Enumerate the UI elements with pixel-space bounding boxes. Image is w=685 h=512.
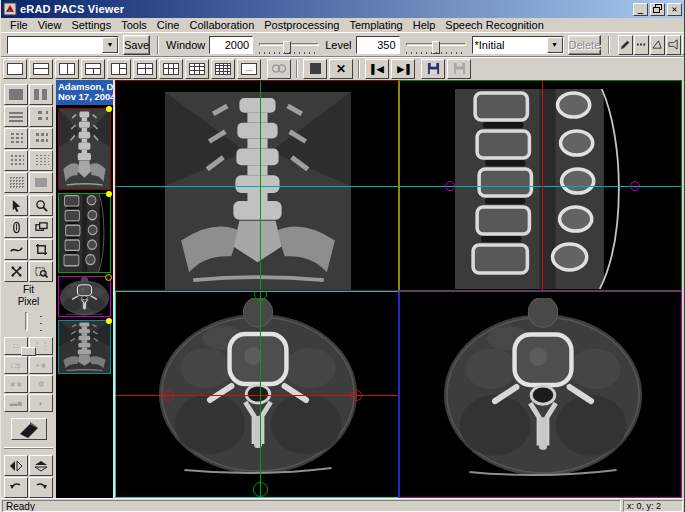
layout-2rows-button[interactable] (29, 59, 53, 79)
crosshair-horizontal-cyan[interactable] (116, 186, 398, 187)
preset-button-4[interactable]: +∗ (29, 356, 53, 374)
viewport-axial-reference[interactable] (115, 291, 399, 498)
series-thumbnail-sagittal-scout[interactable] (58, 193, 111, 273)
window-slider[interactable] (257, 36, 321, 54)
menu-tools[interactable]: Tools (116, 18, 152, 32)
delete-preset-button[interactable]: Delete (568, 35, 602, 55)
pan-tool-button[interactable] (4, 261, 28, 282)
menu-file[interactable]: File (5, 18, 33, 32)
crosshair-end-ring-magenta[interactable] (445, 181, 455, 191)
crosshair-vertical-green[interactable] (260, 292, 261, 497)
viewport-coronal[interactable] (115, 80, 399, 291)
layout-1-over-2-button[interactable] (81, 59, 105, 79)
flip-vertical-button[interactable] (29, 455, 53, 476)
flip-horizontal-button[interactable] (4, 455, 28, 476)
layout-1x1-button[interactable] (3, 59, 27, 79)
series-combobox[interactable]: ▼ (7, 36, 119, 54)
series-thumbnail-axial[interactable] (58, 276, 111, 317)
palette-layout-single-button[interactable] (29, 172, 53, 193)
layout-2cols-button[interactable] (55, 59, 79, 79)
layout-1-plus-2-button[interactable] (107, 59, 131, 79)
layout-3x2-button[interactable] (159, 59, 183, 79)
cursor-arrow-icon (10, 199, 23, 212)
viewport-axial-main[interactable] (399, 291, 682, 498)
cobb-angle-tool-button[interactable] (666, 35, 681, 55)
patient-header[interactable]: Adamson, Da Nov 17, 2004 (56, 80, 113, 105)
close-button[interactable]: ✕ (667, 3, 682, 16)
series-thumbnail-mpr[interactable] (58, 320, 111, 374)
angle-tool-button[interactable] (650, 35, 665, 55)
palette-layout-3x3-button[interactable] (4, 128, 28, 149)
layout-4x4-button[interactable] (211, 59, 235, 79)
palette-layout-1x1-button[interactable] (4, 84, 28, 105)
series-combobox-value[interactable] (8, 37, 102, 53)
layout-single-icon (35, 178, 47, 187)
save-state-button[interactable] (421, 59, 445, 79)
layout-4x4-icon (34, 155, 49, 166)
cine-frames-tool-button[interactable] (29, 217, 53, 238)
palette-layout-4x4-button[interactable] (29, 150, 53, 171)
crosshair-end-ring-red[interactable] (351, 390, 362, 401)
crosshair-end-ring-magenta[interactable] (630, 181, 640, 191)
save-button[interactable]: Save (123, 35, 150, 55)
window-value-field[interactable] (209, 36, 253, 54)
rotate-ccw-button[interactable] (4, 477, 28, 498)
next-image-button[interactable]: ▶▐ (391, 59, 415, 79)
menu-view[interactable]: View (33, 18, 67, 32)
ellipse-roi-tool-button[interactable] (682, 35, 684, 55)
link-series-button[interactable] (267, 59, 291, 79)
crosshair-end-ring-red[interactable] (163, 390, 174, 401)
menu-settings[interactable]: Settings (66, 18, 116, 32)
layout-3x3-button[interactable] (185, 59, 209, 79)
zoom-region-tool-button[interactable] (29, 261, 53, 282)
save-state-disabled-button[interactable] (447, 59, 471, 79)
preset-button-6[interactable]: ✲ (29, 375, 53, 393)
palette-layout-3x2-button[interactable] (29, 128, 53, 149)
preset-button-5[interactable]: ∗∗ (4, 375, 28, 393)
fill-viewport-button[interactable] (303, 59, 327, 79)
ruler-tool-button[interactable] (634, 35, 649, 55)
menu-speech-recognition[interactable]: Speech Recognition (440, 18, 548, 32)
level-slider[interactable] (404, 36, 468, 54)
wl-preset-arrow-icon[interactable]: ▼ (547, 37, 563, 53)
crop-tool-button[interactable] (29, 239, 53, 260)
minimize-button[interactable]: _ (633, 3, 648, 16)
rotate-cw-button[interactable] (29, 477, 53, 498)
wl-preset-combobox[interactable]: ▼ (472, 36, 564, 54)
palette-layout-5x4-button[interactable] (4, 172, 28, 193)
series-thumbnail-coronal-scout[interactable] (58, 108, 111, 190)
zoom-slider[interactable] (14, 310, 44, 333)
layout-1-plus-2-icon (111, 63, 127, 75)
viewport-sagittal[interactable] (399, 80, 682, 291)
layout-2x2-button[interactable] (133, 59, 157, 79)
menu-cine[interactable]: Cine (152, 18, 185, 32)
palette-layout-2x2-button[interactable] (29, 106, 53, 127)
pencil-tool-button[interactable] (618, 35, 633, 55)
series-combobox-arrow-icon[interactable]: ▼ (102, 37, 118, 53)
palette-layout-cols-button[interactable] (29, 84, 53, 105)
preset-button-7[interactable]: ▬■ (4, 394, 28, 412)
zoom-slider-thumb[interactable] (21, 347, 36, 356)
wl-preset-value[interactable] (473, 37, 547, 53)
magnify-tool-button[interactable] (29, 195, 53, 216)
crosshair-vertical-red[interactable] (542, 81, 543, 290)
preset-button-8[interactable]: ◐ (29, 394, 53, 412)
crosshair-end-ring-green[interactable] (253, 482, 268, 497)
menu-help[interactable]: Help (408, 18, 441, 32)
select-tool-button[interactable] (4, 195, 28, 216)
restore-button[interactable] (650, 3, 665, 16)
attachment-tool-button[interactable] (4, 217, 28, 238)
previous-image-button[interactable]: ▌◀ (365, 59, 389, 79)
menu-templating[interactable]: Templating (345, 18, 408, 32)
layout-custom-button[interactable]: ... (237, 59, 261, 79)
palette-layout-rows-button[interactable] (4, 106, 28, 127)
eraser-button[interactable] (11, 418, 47, 440)
crosshair-vertical-green[interactable] (260, 81, 261, 290)
menu-collaboration[interactable]: Collaboration (184, 18, 259, 32)
palette-layout-4x3-button[interactable] (4, 150, 28, 171)
preset-button-3[interactable]: □‡ (4, 356, 28, 374)
menu-postprocessing[interactable]: Postprocessing (259, 18, 344, 32)
level-value-field[interactable] (356, 36, 400, 54)
curve-tool-button[interactable] (4, 239, 28, 260)
close-image-button[interactable]: ✕ (329, 59, 353, 79)
